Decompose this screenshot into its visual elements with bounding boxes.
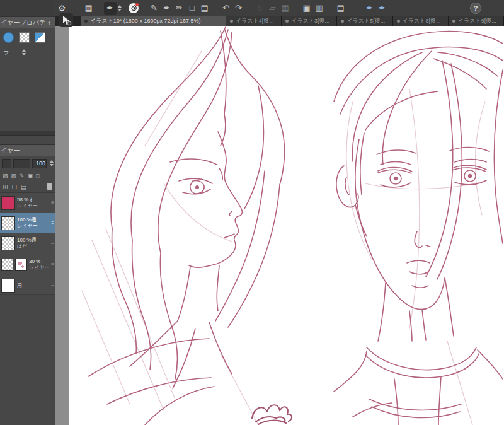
delete-layer-icon[interactable] <box>47 183 52 190</box>
layer-opacity-mode: 30 % <box>29 259 49 265</box>
layer-menu-icon[interactable]: ≡ <box>51 240 54 246</box>
undo-icon[interactable]: ↶ <box>220 2 232 15</box>
main-toolbar: ⚙ ▦ ✒ ✎ ✒ ✏ □ ▤ ↶ ↷ ◌ ▱ ▦ ▣ ▥ ▤ ✒ ✒ ? <box>55 0 504 16</box>
tab-illust8[interactable]: イラスト8[復... <box>393 16 449 26</box>
layer-row-paper[interactable]: 用 ≡ <box>0 276 55 295</box>
layer-panel-header[interactable]: イヤー <box>0 144 55 156</box>
reference-layer-icon[interactable]: □ <box>36 173 39 179</box>
layer-thumbnail[interactable] <box>1 196 15 210</box>
border-effect-icon[interactable] <box>3 32 14 43</box>
draft-layer-icon[interactable]: ✎ <box>20 173 25 179</box>
lock-layer-icon[interactable]: ▧ <box>11 173 17 179</box>
layer-list-empty-area <box>0 295 55 425</box>
figure-icon[interactable]: □ <box>186 2 198 15</box>
layer-row-lineart-selected[interactable]: 100 %通 レイヤー ≡ <box>0 213 55 233</box>
layer-action-row: ⊞ ⊟ ▤ <box>0 181 55 193</box>
layer-name[interactable]: レイヤー <box>29 265 49 271</box>
help-button[interactable]: ? <box>470 3 481 14</box>
opacity-stepper[interactable] <box>50 160 54 166</box>
layer-property-empty-area <box>0 59 55 131</box>
grid-icon: ▦ <box>279 2 292 15</box>
layer-opacity-mode: 58 %オ <box>17 197 38 203</box>
settings-gear-icon[interactable]: ⚙ <box>58 3 66 13</box>
floating-tool-cursor-icon[interactable] <box>59 13 73 27</box>
layer-thumbnail[interactable] <box>1 259 13 271</box>
color-row: ラー <box>0 46 55 59</box>
current-tool-icon[interactable]: ✒ <box>104 2 117 15</box>
tab-dot-icon <box>285 20 289 23</box>
tab-label: イラスト5[復... <box>346 17 385 25</box>
layer-color-effect-icon[interactable] <box>35 32 45 43</box>
ruler-icon[interactable]: ▤ <box>335 2 347 15</box>
layer-menu-icon[interactable]: ≡ <box>51 282 54 288</box>
layer-menu-icon[interactable]: ≡ <box>51 220 54 226</box>
pencil-icon[interactable]: ✎ <box>148 2 161 15</box>
tab-illust4[interactable]: イラスト4[復... <box>226 16 282 26</box>
clip-below-icon[interactable]: ▣ <box>28 173 33 179</box>
layer-row-overlay[interactable]: 58 %オ レイヤー ≡ <box>0 193 55 213</box>
sidebar-top-strip <box>0 0 55 16</box>
layer-row-sketch[interactable]: 30 % レイヤー ≡ <box>0 253 55 276</box>
layer-mask-thumbnail[interactable] <box>15 259 27 271</box>
layer-thumbnail[interactable] <box>1 216 15 230</box>
tab-illust10[interactable]: イラスト10* (1800 x 1600px 72dpi 167.5%) <box>81 16 226 26</box>
clip-studio-logo-icon[interactable] <box>128 3 139 14</box>
tab-dot-icon <box>341 20 344 23</box>
select-area-icon[interactable]: ▣ <box>301 2 313 15</box>
layer-name[interactable]: 用 <box>17 282 22 289</box>
layer-lock-row: ▨ ▧ ✎ ▣ □ <box>0 170 55 181</box>
tab-dot-icon <box>397 20 400 23</box>
layer-thumbnail[interactable] <box>1 279 15 293</box>
layer-menu-icon[interactable]: ≡ <box>51 200 54 206</box>
layer-property-panel-header[interactable]: イヤープロパティ <box>0 16 55 28</box>
paper-icon[interactable]: ▤ <box>198 2 211 15</box>
merge-layer-icon[interactable]: ▤ <box>21 183 26 190</box>
tone-effect-icon[interactable] <box>19 32 30 43</box>
color-row-label: ラー <box>3 48 16 57</box>
clip-studio-window: ⚙ ▦ ✒ ✎ ✒ ✏ □ ▤ ↶ ↷ ◌ ▱ ▦ ▣ ▥ ▤ ✒ ✒ ? イラ… <box>0 0 504 425</box>
lock-transparent-icon[interactable]: ▨ <box>3 173 8 179</box>
tab-dot-icon <box>230 20 233 23</box>
layer-property-title: イヤープロパティ <box>1 18 52 27</box>
layer-menu-icon[interactable]: ≡ <box>51 262 54 267</box>
opacity-value[interactable]: 100 <box>32 159 47 168</box>
left-panel-column: イヤープロパティ ラー イヤー 100 ▨ ▧ ✎ ▣ □ <box>0 0 55 425</box>
tablet-brush-icon[interactable]: ✒ <box>376 2 389 15</box>
new-folder-icon[interactable]: ⊟ <box>11 183 16 190</box>
tab-illust5[interactable]: イラスト5[復... <box>337 16 392 26</box>
layer-name[interactable]: レイヤー <box>17 203 38 209</box>
workspace-grid-icon[interactable]: ▦ <box>83 2 95 15</box>
tab-illust9[interactable]: イラスト9[復... <box>449 16 504 26</box>
canvas-gutter <box>55 26 69 425</box>
tab-dot-icon <box>84 20 88 23</box>
tab-illust3[interactable]: イラスト3[復... <box>282 16 337 26</box>
blend-mode-row: 100 <box>0 156 55 170</box>
color-stepper[interactable] <box>22 49 26 55</box>
layer-opacity-mode: 100 %通 <box>17 237 37 243</box>
blend-mini-icon[interactable] <box>2 159 11 168</box>
tab-dot-icon <box>452 20 455 23</box>
canvas-document[interactable] <box>69 26 504 425</box>
tab-label: イラスト8[復... <box>403 17 441 25</box>
panel-divider[interactable] <box>0 131 55 136</box>
layer-thumbnail[interactable] <box>1 236 15 250</box>
layer-name[interactable]: はだ <box>17 243 37 250</box>
layer-row-skin[interactable]: 100 %通 はだ ≡ <box>0 233 55 253</box>
layer-opacity-mode: 100 %通 <box>17 217 38 223</box>
layer-name[interactable]: レイヤー <box>17 223 38 230</box>
tablet-pen-icon[interactable]: ✒ <box>364 2 376 15</box>
tool-stepper[interactable] <box>118 5 122 11</box>
pen-icon[interactable]: ✒ <box>161 2 173 15</box>
lasso-icon: ◌ <box>254 2 266 15</box>
document-tab-bar: イラスト10* (1800 x 1600px 72dpi 167.5%) イラス… <box>55 16 504 26</box>
redo-icon[interactable]: ↷ <box>232 2 245 15</box>
layer-panel-title: イヤー <box>1 146 20 155</box>
deselect-icon[interactable]: ▥ <box>313 2 326 15</box>
tab-label: イラスト10* (1800 x 1600px 72dpi 167.5%) <box>90 17 200 25</box>
new-layer-icon[interactable]: ⊞ <box>3 183 8 190</box>
tab-label: イラスト9[復... <box>458 17 496 25</box>
marker-icon[interactable]: ✏ <box>173 2 186 15</box>
tab-label: イラスト3[復... <box>291 17 329 25</box>
layer-effect-row <box>0 28 55 46</box>
blend-mode-dropdown[interactable] <box>13 159 30 168</box>
